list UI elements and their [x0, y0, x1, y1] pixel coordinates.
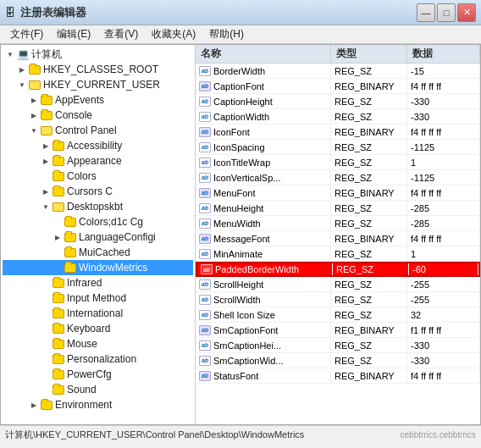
tree-folder-icon: [52, 140, 65, 152]
menu-view[interactable]: 查看(V): [97, 25, 145, 43]
table-row[interactable]: abStatusFontREG_BINARYf4 ff ff ff: [196, 368, 480, 384]
tree-toggle-icon[interactable]: [40, 277, 52, 289]
tree-node-label: HKEY_CLASSES_ROOT: [43, 64, 158, 75]
table-row[interactable]: abScrollHeightREG_SZ-255: [196, 277, 480, 292]
table-row[interactable]: abPaddedBorderWidthREG_SZ-60: [196, 262, 480, 277]
table-row[interactable]: abIconTitleWrapREG_SZ1: [196, 155, 480, 170]
tree-node[interactable]: ▶Accessibility: [3, 138, 193, 153]
table-row[interactable]: abMenuHeightREG_SZ-285: [196, 201, 480, 216]
tree-toggle-icon[interactable]: [40, 384, 52, 395]
menu-help[interactable]: 帮助(H): [202, 25, 251, 43]
tree-panel: ▼💻计算机▶HKEY_CLASSES_ROOT▼HKEY_CURRENT_USE…: [1, 45, 196, 424]
tree-node[interactable]: ▶Appearance: [3, 153, 193, 169]
tree-toggle-icon[interactable]: ▶: [16, 64, 28, 75]
tree-node[interactable]: Personalization: [3, 351, 193, 367]
tree-toggle-icon[interactable]: [40, 368, 52, 380]
tree-toggle-icon[interactable]: ▶: [40, 155, 52, 167]
tree-toggle-icon[interactable]: [52, 246, 64, 258]
tree-node[interactable]: ▶Cursors C: [3, 184, 193, 199]
tree-node[interactable]: Mouse: [3, 336, 193, 351]
tree-node[interactable]: MuiCached: [3, 245, 193, 260]
tree-toggle-icon[interactable]: [40, 353, 52, 365]
tree-folder-icon: [64, 246, 77, 258]
tree-toggle-icon[interactable]: [40, 307, 52, 319]
tree-toggle-icon[interactable]: ▶: [52, 231, 64, 243]
tree-toggle-icon[interactable]: ▼: [16, 79, 28, 91]
tree-toggle-icon[interactable]: [40, 170, 52, 182]
values-content[interactable]: abBorderWidthREG_SZ-15abCaptionFontREG_B…: [196, 64, 480, 424]
tree-toggle-icon[interactable]: ▼: [40, 201, 52, 213]
tree-toggle-icon[interactable]: ▶: [28, 109, 40, 121]
tree-folder-icon: [52, 201, 65, 213]
value-name-cell: abBorderWidth: [196, 64, 331, 78]
tree-folder-icon: [28, 79, 41, 91]
tree-folder-icon: [40, 109, 53, 121]
table-row[interactable]: abCaptionHeightREG_SZ-330: [196, 94, 480, 109]
tree-toggle-icon[interactable]: ▼: [4, 48, 16, 60]
tree-node[interactable]: ▼Desktopskbt: [3, 199, 193, 214]
tree-node[interactable]: ▶Console: [3, 108, 193, 123]
tree-node[interactable]: ▼HKEY_CURRENT_USER: [3, 77, 193, 92]
tree-toggle-icon[interactable]: [40, 338, 52, 350]
menu-file[interactable]: 文件(F): [3, 25, 50, 43]
tree-node[interactable]: International: [3, 306, 193, 321]
table-row[interactable]: abSmCaptionWid...REG_SZ-330: [196, 353, 480, 368]
tree-node[interactable]: ▼💻计算机: [3, 47, 193, 62]
tree-toggle-icon[interactable]: ▶: [40, 140, 52, 152]
value-name-text: Shell Icon Size: [213, 310, 275, 320]
tree-node[interactable]: ▶Environment: [3, 397, 193, 412]
tree-toggle-icon[interactable]: [52, 262, 64, 274]
tree-node[interactable]: Colors: [3, 169, 193, 184]
table-row[interactable]: abCaptionFontREG_BINARYf4 ff ff ff: [196, 79, 480, 94]
tree-toggle-icon[interactable]: [40, 292, 52, 304]
table-row[interactable]: abCaptionWidthREG_SZ-330: [196, 109, 480, 124]
value-data-cell: -255: [407, 277, 480, 291]
tree-folder-icon: [64, 216, 77, 228]
reg-type-icon: ab: [199, 127, 211, 137]
table-row[interactable]: abIconVerticalSp...REG_SZ-1125: [196, 170, 480, 185]
tree-node[interactable]: WindowMetrics: [3, 260, 193, 275]
table-row[interactable]: abMenuWidthREG_SZ-285: [196, 216, 480, 231]
table-row[interactable]: abBorderWidthREG_SZ-15: [196, 64, 480, 79]
tree-folder-icon: [52, 185, 65, 197]
table-row[interactable]: abIconFontREG_BINARYf4 ff ff ff: [196, 124, 480, 140]
maximize-button[interactable]: □: [437, 3, 456, 22]
tree-node[interactable]: ▶AppEvents: [3, 92, 193, 108]
tree-toggle-icon[interactable]: [40, 323, 52, 335]
close-button[interactable]: ✕: [457, 3, 476, 22]
minimize-button[interactable]: —: [417, 3, 435, 22]
tree-toggle-icon[interactable]: ▶: [28, 399, 40, 411]
table-row[interactable]: abSmCaptionFontREG_BINARYf1 ff ff ff: [196, 323, 480, 338]
tree-node[interactable]: ▶LanguageConfigi: [3, 230, 193, 245]
table-row[interactable]: abIconSpacingREG_SZ-1125: [196, 140, 480, 155]
table-row[interactable]: abShell Icon SizeREG_SZ32: [196, 307, 480, 323]
menu-edit[interactable]: 编辑(E): [50, 25, 97, 43]
tree-node-label: Console: [55, 109, 92, 121]
tree-node[interactable]: Sound: [3, 382, 193, 397]
tree-toggle-icon[interactable]: ▶: [40, 185, 52, 197]
value-name-cell: abIconVerticalSp...: [196, 170, 331, 185]
tree-node[interactable]: ▶HKEY_CLASSES_ROOT: [3, 62, 193, 77]
tree-toggle-icon[interactable]: ▶: [28, 94, 40, 106]
menu-favorites[interactable]: 收藏夹(A): [145, 25, 202, 43]
table-row[interactable]: abScrollWidthREG_SZ-255: [196, 292, 480, 307]
table-row[interactable]: abMinAnimateREG_SZ1: [196, 246, 480, 262]
tree-node[interactable]: Colors;d1c Cg: [3, 214, 193, 230]
tree-content[interactable]: ▼💻计算机▶HKEY_CLASSES_ROOT▼HKEY_CURRENT_USE…: [1, 45, 195, 424]
tree-toggle-icon[interactable]: [52, 216, 64, 228]
tree-folder-icon: [28, 64, 41, 75]
tree-node[interactable]: Infrared: [3, 275, 193, 290]
tree-node[interactable]: PowerCfg: [3, 367, 193, 382]
table-row[interactable]: abSmCaptionHei...REG_SZ-330: [196, 338, 480, 353]
tree-node[interactable]: Input Method: [3, 290, 193, 306]
tree-folder-icon: [40, 399, 53, 411]
table-row[interactable]: abMessageFontREG_BINARYf4 ff ff ff: [196, 231, 480, 246]
tree-toggle-icon[interactable]: ▼: [28, 124, 40, 136]
tree-node[interactable]: ▼Control Panel: [3, 123, 193, 138]
reg-type-icon: ab: [199, 234, 211, 244]
value-type-cell: REG_SZ: [333, 263, 409, 275]
table-row[interactable]: abMenuFontREG_BINARYf4 ff ff ff: [196, 185, 480, 201]
tree-node[interactable]: Keyboard: [3, 321, 193, 336]
tree-node-label: PowerCfg: [67, 368, 112, 380]
value-type-cell: REG_SZ: [331, 155, 407, 169]
